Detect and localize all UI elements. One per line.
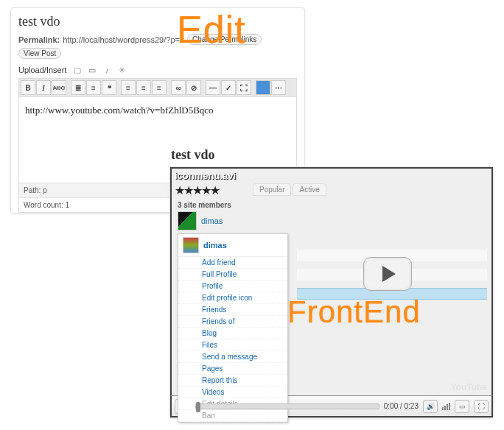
dd-add-friend[interactable]: Add friend	[178, 257, 287, 269]
frontend-title: test vdo	[171, 147, 215, 163]
dd-files[interactable]: Files	[178, 339, 287, 351]
time-display: 0:00 / 0:23	[384, 402, 419, 410]
avatar-icon	[178, 211, 197, 230]
member-row[interactable]: dimas	[178, 211, 223, 230]
annotation-edit: Edit	[177, 7, 246, 52]
video-player: iconmenu.avi ★★★★★ Popular Active 3 site…	[169, 166, 494, 418]
upload-image-icon[interactable]: ▢	[72, 65, 83, 75]
unlink-button[interactable]: ⊘	[186, 80, 201, 95]
video-frame[interactable]: iconmenu.avi ★★★★★ Popular Active 3 site…	[170, 167, 493, 395]
upload-audio-icon[interactable]: ♪	[102, 65, 112, 75]
dd-edit-profile-icon[interactable]: Edit profile icon	[178, 292, 287, 304]
play-icon	[382, 266, 396, 282]
dropdown-header: dimas	[178, 234, 287, 257]
italic-button[interactable]: I	[36, 80, 51, 95]
kitchen-sink-button[interactable]: ⋯	[271, 80, 286, 95]
dd-ban[interactable]: Ban	[178, 410, 287, 422]
upload-media-icon[interactable]: ✳	[116, 65, 127, 75]
upload-row: Upload/Insert ▢ ▭ ♪ ✳	[18, 65, 297, 75]
dd-videos[interactable]: Videos	[178, 387, 287, 398]
align-right-button[interactable]: ≡	[152, 80, 167, 95]
fullscreen-button[interactable]: ⛶	[474, 400, 489, 413]
dd-blog[interactable]: Blog	[178, 328, 287, 339]
tab-active[interactable]: Active	[293, 183, 326, 196]
view-post-button[interactable]: View Post	[18, 48, 61, 59]
post-title[interactable]: test vdo	[18, 14, 297, 29]
member-name[interactable]: dimas	[201, 216, 223, 225]
upload-label: Upload/Insert	[18, 66, 66, 74]
permalink-url: http://localhost/wordpress29/?p=3	[63, 35, 184, 44]
link-button[interactable]: ∞	[171, 80, 186, 95]
tabs: Popular Active	[253, 183, 326, 196]
permalink-row: Permalink: http://localhost/wordpress29/…	[18, 34, 297, 59]
wordcount-value: 1	[66, 201, 70, 209]
permalink-label: Permalink:	[18, 35, 60, 44]
play-button[interactable]	[363, 257, 412, 291]
align-left-button[interactable]: ≡	[121, 80, 136, 95]
dd-profile[interactable]: Profile	[178, 281, 287, 292]
dd-friends[interactable]: Friends	[178, 304, 287, 316]
annotation-frontend: FrontEnd	[287, 295, 421, 330]
dropdown-username[interactable]: dimas	[203, 241, 227, 250]
progress-knob[interactable]	[196, 402, 200, 412]
spell-button[interactable]: ✓	[221, 80, 236, 95]
tab-popular[interactable]: Popular	[253, 183, 291, 196]
upload-video-icon[interactable]: ▭	[87, 65, 97, 75]
members-count: 3 site members	[178, 201, 231, 209]
path-label: Path:	[24, 186, 41, 194]
dd-send-message[interactable]: Send a message	[178, 351, 287, 363]
fullscreen-button[interactable]: ⛶	[237, 80, 251, 95]
quality-button[interactable]: ▭	[455, 400, 469, 413]
volume-bars[interactable]	[442, 403, 450, 410]
bold-button[interactable]: B	[21, 80, 35, 95]
align-center-button[interactable]: ≡	[136, 80, 151, 95]
palette-button[interactable]	[256, 80, 270, 95]
ol-button[interactable]: ≡	[86, 80, 101, 95]
dd-pages[interactable]: Pages	[178, 363, 287, 375]
wordcount-label: Word count:	[24, 201, 63, 209]
dd-full-profile[interactable]: Full Profile	[178, 269, 287, 281]
dd-friends-of[interactable]: Friends of	[178, 316, 287, 328]
ul-button[interactable]: ≣	[71, 80, 85, 95]
rating-stars[interactable]: ★★★★★	[175, 183, 219, 197]
youtube-logo: YouTube	[450, 382, 487, 392]
video-filename: iconmenu.avi	[175, 170, 236, 181]
avatar-icon	[183, 237, 199, 253]
more-button[interactable]: —	[206, 80, 220, 95]
progress-bar[interactable]	[195, 403, 379, 409]
editor-toolbar: B I ABC ≣ ≡ ❝ ≡ ≡ ≡ ∞ ⊘ — ✓ ⛶ ⋯	[18, 78, 297, 97]
dd-report-this[interactable]: Report this	[178, 375, 287, 387]
profile-dropdown: dimas Add friend Full Profile Profile Ed…	[178, 233, 288, 423]
strike-button[interactable]: ABC	[52, 80, 66, 95]
quote-button[interactable]: ❝	[102, 80, 116, 95]
path-value: p	[43, 186, 47, 194]
volume-button[interactable]: 🔊	[423, 400, 438, 413]
